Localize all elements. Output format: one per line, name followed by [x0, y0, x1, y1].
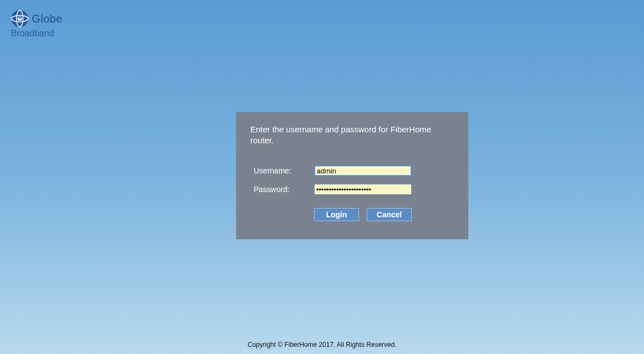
username-label: Username: [254, 166, 314, 175]
logo-brand-text: Globe [32, 13, 63, 25]
logo-subbrand-text: Broadband [11, 29, 63, 38]
cancel-button[interactable]: Cancel [367, 208, 412, 221]
login-box: Enter the username and password for Fibe… [236, 112, 468, 239]
username-row: Username: [250, 165, 454, 176]
password-row: Password: [250, 184, 454, 195]
password-label: Password: [254, 185, 314, 194]
password-input[interactable] [314, 184, 412, 195]
footer-text: Copyright © FiberHome 2017. All Rights R… [0, 341, 644, 349]
login-button[interactable]: Login [314, 208, 359, 221]
logo-area: Globe Broadband [11, 10, 63, 38]
globe-icon [11, 10, 29, 27]
button-row: Login Cancel [250, 208, 454, 221]
login-instruction: Enter the username and password for Fibe… [250, 124, 454, 145]
username-input[interactable] [314, 165, 412, 176]
logo-top: Globe [11, 10, 63, 27]
